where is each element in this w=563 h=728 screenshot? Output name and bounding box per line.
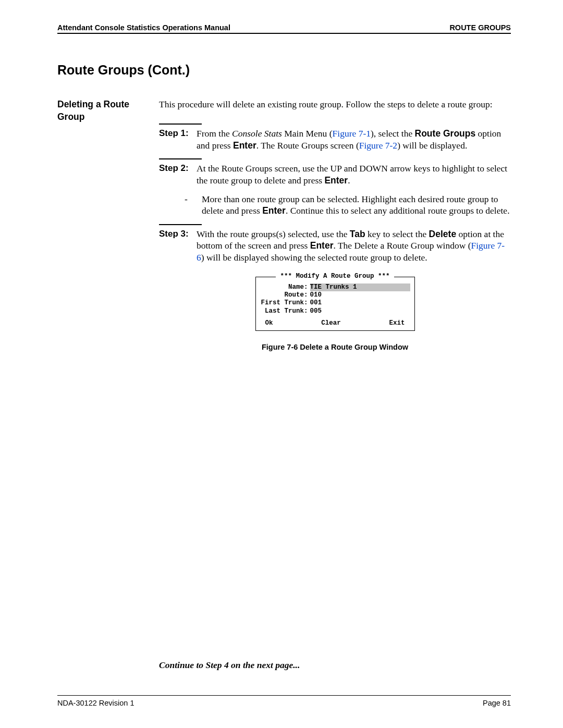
terminal-row-route: Route: 010 <box>260 291 410 299</box>
step-rule <box>159 224 202 225</box>
text: . <box>348 175 350 186</box>
terminal-row-last: Last Trunk: 005 <box>260 307 410 315</box>
step-3-body: With the route groups(s) selected, use t… <box>197 228 511 263</box>
bullet-dash: - <box>176 193 197 205</box>
text-bold: Tab <box>350 229 365 239</box>
page: Attendant Console Statistics Operations … <box>0 0 563 728</box>
continue-note: Continue to Step 4 on the next page... <box>159 660 300 671</box>
text: From the <box>197 128 232 139</box>
step-2-label: Step 2: <box>159 163 197 174</box>
text-bold: Enter <box>233 140 256 151</box>
terminal-exit-button: Exit <box>389 319 405 327</box>
terminal-row-name: Name: TIE Trunks 1 <box>260 283 410 291</box>
terminal-fields: Name: TIE Trunks 1 Route: 010 First Trun… <box>260 283 410 315</box>
terminal-window: *** Modify A Route Group *** Name: TIE T… <box>255 277 415 331</box>
text: ) will be displayed showing the selected… <box>201 252 427 263</box>
text: With the route groups(s) selected, use t… <box>197 229 350 239</box>
text: . Continue this to select any additional… <box>286 205 510 216</box>
terminal-label: Last Trunk: <box>260 307 310 315</box>
step-2-body: At the Route Groups screen, use the UP a… <box>197 163 511 186</box>
text-bold: Route Groups <box>415 128 476 139</box>
step-1-body: From the Console Stats Main Menu (Figure… <box>197 128 511 151</box>
terminal-title-text: *** Modify A Route Group *** <box>276 273 394 280</box>
header-left: Attendant Console Statistics Operations … <box>57 23 230 32</box>
step-rule <box>159 124 202 125</box>
step-1-label: Step 1: <box>159 128 197 139</box>
text-italic: Console Stats <box>232 128 282 139</box>
terminal-label: Route: <box>260 291 310 299</box>
text-bold: Enter <box>310 240 334 251</box>
terminal-title: *** Modify A Route Group *** <box>256 273 414 280</box>
text: . The Delete a Route Group window ( <box>333 240 471 251</box>
terminal-buttons: Ok Clear Exit <box>260 319 410 327</box>
text: At the Route Groups screen, use the UP a… <box>197 163 507 185</box>
header-right: ROUTE GROUPS <box>449 23 511 32</box>
figure-link[interactable]: Figure 7-1 <box>333 128 371 139</box>
text: ), select the <box>371 128 415 139</box>
step-2-bullet: - More than one route group can be selec… <box>159 193 511 217</box>
terminal-value: 005 <box>310 307 410 315</box>
text-bold: Delete <box>429 229 457 239</box>
text-bold: Enter <box>262 205 286 216</box>
step-3: Step 3: With the route groups(s) selecte… <box>159 228 511 263</box>
step-rule <box>159 158 202 159</box>
text: Main Menu ( <box>282 128 333 139</box>
terminal-label: Name: <box>260 283 310 291</box>
terminal-value: 001 <box>310 299 410 307</box>
intro-paragraph: This procedure will delete an existing r… <box>159 98 511 110</box>
figure-wrap: *** Modify A Route Group *** Name: TIE T… <box>159 277 511 331</box>
text: ) will be displayed. <box>397 140 467 151</box>
text: . The Route Groups screen ( <box>256 140 359 151</box>
section-title: Route Groups (Cont.) <box>57 63 511 78</box>
terminal-ok-button: Ok <box>265 319 273 327</box>
text-bold: Enter <box>324 175 348 186</box>
footer-right: Page 81 <box>483 699 511 707</box>
text: key to select the <box>365 229 429 239</box>
footer-left: NDA-30122 Revision 1 <box>57 699 134 707</box>
content-columns: Deleting a Route Group This procedure wi… <box>57 98 511 352</box>
terminal-value-highlight: TIE Trunks 1 <box>310 283 410 291</box>
step-3-label: Step 3: <box>159 228 197 240</box>
bullet-body: More than one route group can be selecte… <box>197 193 511 217</box>
figure-caption: Figure 7-6 Delete a Route Group Window <box>159 342 511 352</box>
page-header: Attendant Console Statistics Operations … <box>57 23 511 34</box>
content-body: This procedure will delete an existing r… <box>159 98 511 352</box>
figure-link[interactable]: Figure 7-2 <box>359 140 397 151</box>
step-2: Step 2: At the Route Groups screen, use … <box>159 163 511 186</box>
terminal-value: 010 <box>310 291 410 299</box>
step-1: Step 1: From the Console Stats Main Menu… <box>159 128 511 151</box>
subsection-title: Deleting a Route Group <box>57 98 159 123</box>
page-footer: NDA-30122 Revision 1 Page 81 <box>57 695 511 707</box>
terminal-row-first: First Trunk: 001 <box>260 299 410 307</box>
terminal-label: First Trunk: <box>260 299 310 307</box>
terminal-clear-button: Clear <box>321 319 341 327</box>
